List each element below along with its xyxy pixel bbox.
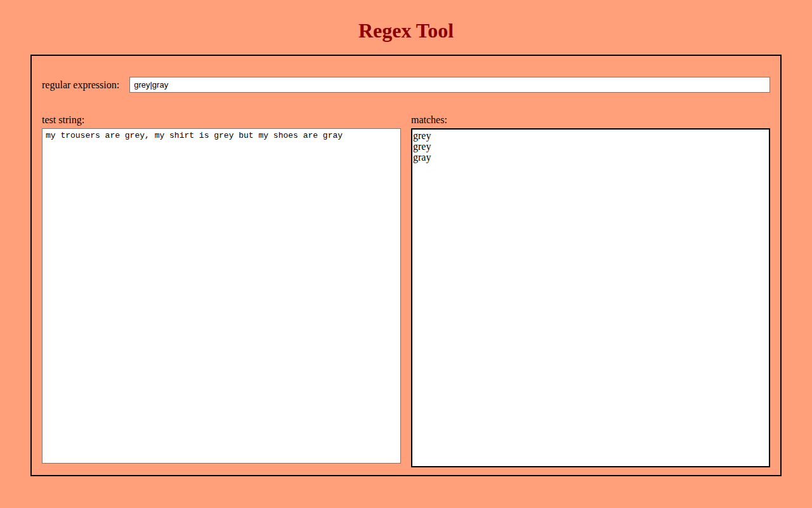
regex-tool-panel: regular expression: test string: my trou… [30,55,782,476]
match-item: grey [413,141,769,152]
matches-column: matches: greygreygray [411,113,770,467]
match-item: grey [413,130,769,141]
regex-label: regular expression: [42,78,119,91]
page-title: Regex Tool [0,19,812,43]
regex-input[interactable] [129,77,770,93]
regex-row: regular expression: [42,77,770,93]
test-string-column: test string: my trousers are grey, my sh… [42,113,401,467]
matches-box: greygreygray [411,128,770,467]
match-item: gray [413,152,769,163]
test-string-label: test string: [42,113,401,126]
columns: test string: my trousers are grey, my sh… [42,113,770,467]
matches-label: matches: [411,113,770,126]
test-string-textarea[interactable]: my trousers are grey, my shirt is grey b… [42,128,401,464]
